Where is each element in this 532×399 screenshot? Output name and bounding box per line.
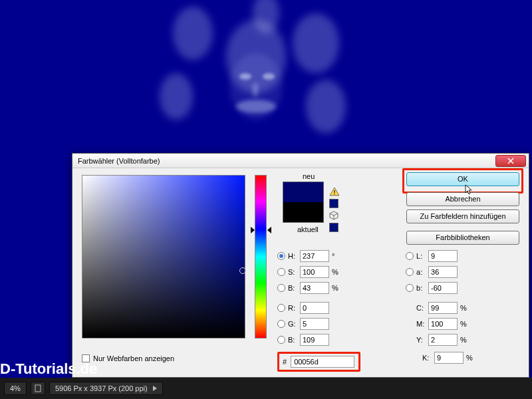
radio-a[interactable] [406, 268, 414, 276]
zoom-level[interactable]: 4% [4, 382, 27, 395]
ok-button-highlight: OK [402, 168, 523, 194]
k-input[interactable]: 9 [434, 352, 464, 364]
hue-indicator-right [267, 227, 271, 233]
dialog-title: Farbwähler (Volltonfarbe) [78, 157, 495, 165]
g-input[interactable]: 5 [300, 318, 329, 330]
radio-lb[interactable] [406, 284, 414, 292]
status-icon[interactable] [31, 382, 45, 395]
add-to-swatches-button[interactable]: Zu Farbfeldern hinzufügen [406, 209, 519, 223]
a-input[interactable]: 36 [428, 266, 458, 278]
color-libraries-button[interactable]: Farbbibliotheken [406, 231, 519, 245]
radio-g[interactable] [277, 320, 285, 328]
close-button[interactable] [495, 155, 526, 167]
radio-r[interactable] [277, 304, 285, 312]
hue-indicator-left [251, 227, 255, 233]
current-color-label: aktuell [297, 225, 319, 233]
web-colors-label: Nur Webfarben anzeigen [93, 354, 174, 362]
saturation-value-field[interactable] [82, 175, 245, 338]
s-input[interactable]: 100 [300, 266, 329, 278]
radio-b[interactable] [277, 284, 285, 292]
y-input[interactable]: 2 [428, 334, 458, 346]
c-input[interactable]: 99 [428, 302, 458, 314]
document-icon [34, 384, 42, 392]
hex-highlight: # 00056d [277, 352, 360, 372]
current-color-swatch [283, 202, 323, 222]
color-picker-dialog: Farbwähler (Volltonfarbe) neu aktuell [72, 153, 529, 378]
radio-s[interactable] [277, 268, 285, 276]
hue-slider[interactable] [255, 175, 267, 338]
b-input[interactable]: 43 [300, 282, 329, 294]
lb-input[interactable]: -60 [428, 282, 458, 294]
hex-hash-label: # [283, 358, 287, 366]
radio-l[interactable] [406, 252, 414, 260]
new-color-swatch [283, 182, 323, 202]
cancel-button[interactable]: Abbrechen [406, 192, 519, 206]
radio-bl[interactable] [277, 336, 285, 344]
close-icon [507, 158, 514, 164]
websafe-closest-swatch[interactable] [329, 223, 338, 232]
m-input[interactable]: 100 [428, 318, 458, 330]
svg-rect-1 [334, 194, 334, 194]
ok-button[interactable]: OK [406, 172, 519, 186]
watermark-text: D-Tutorials.de [0, 360, 97, 378]
new-color-label: neu [303, 172, 315, 180]
r-input[interactable]: 0 [300, 302, 329, 314]
color-swatch[interactable] [283, 182, 324, 223]
svg-rect-2 [35, 385, 41, 392]
hex-input[interactable]: 00056d [291, 356, 354, 368]
svg-rect-0 [334, 190, 334, 193]
document-dimensions[interactable]: 5906 Px x 3937 Px (200 ppi) [49, 382, 163, 395]
gamut-warning-icon[interactable] [329, 187, 340, 196]
h-input[interactable]: 237 [300, 250, 329, 262]
status-bar: 4% 5906 Px x 3937 Px (200 ppi) [0, 378, 532, 399]
radio-h[interactable] [277, 252, 285, 260]
sv-cursor [239, 267, 246, 274]
bl-input[interactable]: 109 [300, 334, 329, 346]
dialog-titlebar[interactable]: Farbwähler (Volltonfarbe) [72, 154, 529, 168]
websafe-warning-icon[interactable] [329, 211, 338, 220]
chevron-right-icon [153, 386, 157, 391]
gamut-closest-swatch[interactable] [329, 199, 338, 208]
l-input[interactable]: 9 [428, 250, 458, 262]
